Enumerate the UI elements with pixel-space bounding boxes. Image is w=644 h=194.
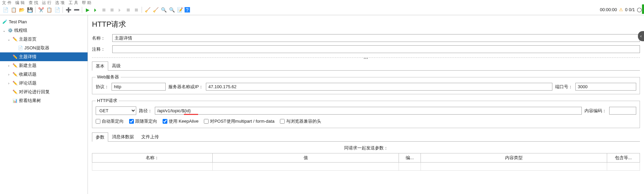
port-label: 端口号： (555, 84, 573, 90)
save-icon[interactable]: 💾 (26, 6, 33, 13)
templates-icon[interactable]: 📋 (10, 6, 17, 13)
collapse-icon[interactable]: ⌄ (7, 38, 11, 41)
chk-auto-redirect[interactable]: 自动重定向 (96, 118, 124, 124)
tree-item[interactable]: 📊察看结果树 (0, 96, 88, 105)
tree-item[interactable]: ⌄✏️主题首页 (0, 35, 88, 44)
sampler-icon: ✏️ (12, 80, 18, 86)
results-icon: 📊 (12, 98, 18, 103)
col-encode[interactable]: 编... (399, 153, 421, 163)
name-label: 名称： (92, 35, 110, 41)
config-tabs: 基本 高级 (92, 61, 640, 71)
separator (63, 7, 63, 13)
tree-item-selected[interactable]: ✏️主题详情 (0, 52, 88, 61)
col-content-type[interactable]: 内容类型 (421, 153, 607, 163)
run-notimer-icon[interactable]: ⏵ (92, 6, 99, 13)
server-input[interactable] (206, 83, 552, 91)
sampler-icon: ✏️ (12, 89, 18, 95)
comment-label: 注释： (92, 46, 110, 52)
clear-icon[interactable]: 🧹 (144, 6, 151, 13)
help-icon[interactable]: ? (185, 7, 190, 13)
open-icon[interactable]: 📂 (18, 6, 25, 13)
tree-thread-group[interactable]: ⌄⚙️线程组 (0, 26, 88, 35)
tab-parameters[interactable]: 参数 (92, 132, 108, 142)
remote-shutdown-icon[interactable]: ⏹ (133, 6, 140, 13)
expand-icon[interactable]: › (7, 73, 11, 76)
sampler-icon: ✏️ (12, 72, 18, 77)
tree-item[interactable]: ✏️对评论进行回复 (0, 88, 88, 96)
chk-browser-compat[interactable]: 与浏览器兼容的头 (280, 118, 321, 124)
protocol-input[interactable] (112, 83, 166, 91)
path-input[interactable] (155, 107, 582, 115)
tree-item[interactable]: ›✏️收藏话题 (0, 70, 88, 79)
extractor-icon: 📄 (18, 45, 23, 51)
cut-icon[interactable]: ✂️ (38, 6, 44, 13)
tree-test-plan[interactable]: 🧪Test Plan (0, 17, 88, 26)
run-icon[interactable]: ▶ (84, 6, 91, 13)
flask-icon: 🧪 (2, 19, 7, 24)
separator (82, 7, 82, 13)
chk-keepalive[interactable]: 使用 KeepAlive (163, 118, 198, 124)
tree-item[interactable]: ›✏️评论话题 (0, 79, 88, 88)
stop-icon[interactable]: ⏹ (100, 6, 107, 13)
col-name[interactable]: 名称： (92, 153, 213, 163)
collapse-icon[interactable]: ⌄ (2, 29, 6, 32)
params-table[interactable]: 名称： 值 编... 内容类型 包含等... (92, 153, 640, 171)
editor-panel: HTTP请求 名称： 注释： ▪▪▪ 基本 高级 Web服务器 协议： 服务器名… (88, 15, 644, 194)
port-input[interactable] (575, 83, 636, 91)
reset-search-icon[interactable]: 🔍 (168, 6, 175, 13)
server-label: 服务器名称或IP： (168, 84, 203, 90)
tab-file-upload[interactable]: 文件上传 (138, 132, 163, 141)
protocol-label: 协议： (96, 84, 109, 90)
status-bar: 00:00:00 ⚠ 0 0/1 ◯ (600, 7, 642, 12)
splitter[interactable]: ▪▪▪ (92, 56, 640, 59)
sampler-icon: ✏️ (12, 54, 18, 59)
new-icon[interactable]: 📄 (2, 6, 9, 13)
timer: 00:00:00 (600, 7, 617, 12)
highlight-underline (184, 114, 198, 115)
status-indicator-icon: ◯ (637, 7, 642, 12)
body-tabs: 参数 消息体数据 文件上传 (92, 132, 640, 142)
add-icon[interactable]: ➕ (65, 6, 72, 13)
chk-follow-redirect[interactable]: 跟随重定向 (129, 118, 157, 124)
path-label: 路径： (139, 108, 152, 114)
test-plan-tree: 🧪Test Plan ⌄⚙️线程组 ⌄✏️主题首页 📄JSON提取器 ✏️主题详… (0, 15, 88, 194)
function-icon[interactable]: 📝 (176, 6, 183, 13)
http-request-legend: HTTP请求 (96, 98, 119, 104)
comment-input[interactable] (112, 45, 640, 53)
separator (142, 7, 142, 13)
warning-icon: ⚠ (619, 7, 623, 12)
expand-icon[interactable]: › (7, 64, 11, 68)
remote-start-icon[interactable]: ⏵ (117, 6, 123, 13)
encoding-input[interactable] (609, 107, 636, 115)
gear-icon: ⚙️ (7, 28, 13, 33)
tab-body-data[interactable]: 消息体数据 (108, 132, 138, 141)
web-server-legend: Web服务器 (96, 74, 121, 80)
sampler-icon: ✏️ (12, 63, 18, 68)
thread-count: 0 0/1 (625, 7, 635, 12)
col-include[interactable]: 包含等... (607, 153, 640, 163)
chk-multipart[interactable]: 对POST使用multipart / form-data (204, 118, 275, 124)
sampler-icon: ✏️ (12, 37, 18, 42)
expand-icon[interactable]: › (7, 81, 11, 85)
tree-item[interactable]: ›✏️新建主题 (0, 61, 88, 70)
search-icon[interactable]: 🔍 (160, 6, 167, 13)
http-request-fieldset: HTTP请求 GET 路径： 内容编码： 自动重定向 跟随重定向 使用 Keep… (92, 98, 640, 128)
shutdown-icon[interactable]: ⏹ (109, 6, 115, 13)
menubar: 文件 编辑 查找 运行 选项 工具 帮助 (0, 0, 644, 4)
separator (35, 7, 35, 13)
remote-stop-icon[interactable]: ⏹ (125, 6, 132, 13)
name-input[interactable] (112, 34, 640, 42)
col-value[interactable]: 值 (213, 153, 399, 163)
method-select[interactable]: GET (96, 106, 136, 115)
paste-icon[interactable]: 📄 (54, 6, 61, 13)
table-row[interactable] (92, 163, 640, 171)
tab-advanced[interactable]: 高级 (108, 61, 124, 70)
toolbar: 📄 📋 📂 💾 ✂️ 📋 📄 ➕ ➖ ▶ ⏵ ⏹ ⏹ ⏵ ⏹ ⏹ 🧹 🧹 🔍 🔍… (0, 4, 644, 15)
remove-icon[interactable]: ➖ (73, 6, 80, 13)
progress-bar (642, 4, 644, 14)
tab-basic[interactable]: 基本 (92, 62, 108, 71)
params-heading: 同请求一起发送参数： (92, 145, 640, 151)
tree-item[interactable]: 📄JSON提取器 (0, 44, 88, 52)
copy-icon[interactable]: 📋 (46, 6, 52, 13)
clear-all-icon[interactable]: 🧹 (152, 6, 159, 13)
